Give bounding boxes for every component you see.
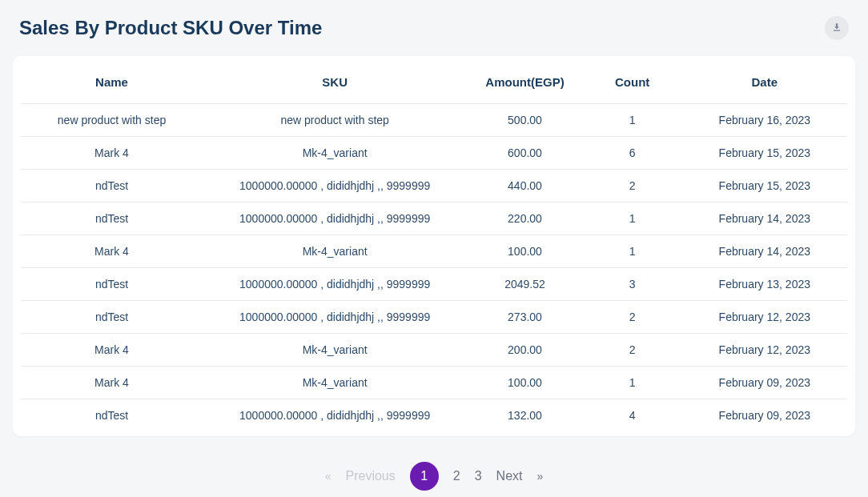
- table-row: Mark 4Mk-4_variant100.001February 14, 20…: [21, 235, 847, 268]
- cell-date: February 14, 2023: [682, 235, 847, 268]
- cell-sku: 1000000.00000 , dididhjdhj ,, 9999999: [203, 170, 467, 202]
- cell-name: ndTest: [21, 202, 203, 235]
- cell-sku: Mk-4_variant: [203, 334, 467, 367]
- table-row: ndTest1000000.00000 , dididhjdhj ,, 9999…: [21, 301, 847, 334]
- cell-amount: 100.00: [467, 367, 582, 399]
- column-header-name: Name: [21, 67, 203, 104]
- cell-amount: 220.00: [467, 202, 582, 235]
- cell-amount: 2049.52: [467, 268, 582, 301]
- cell-count: 1: [583, 235, 682, 268]
- pagination-last[interactable]: »: [536, 470, 543, 483]
- cell-count: 2: [583, 334, 682, 367]
- cell-count: 1: [583, 202, 682, 235]
- cell-amount: 440.00: [467, 170, 582, 202]
- cell-sku: new product with step: [203, 104, 467, 137]
- table-row: ndTest1000000.00000 , dididhjdhj ,, 9999…: [21, 268, 847, 301]
- table-row: new product with stepnew product with st…: [21, 104, 847, 137]
- cell-name: ndTest: [21, 170, 203, 202]
- cell-date: February 09, 2023: [682, 367, 847, 399]
- cell-sku: Mk-4_variant: [203, 367, 467, 399]
- page-title: Sales By Product SKU Over Time: [19, 17, 322, 39]
- pagination-page-3[interactable]: 3: [475, 469, 482, 483]
- cell-name: Mark 4: [21, 367, 203, 399]
- cell-sku: 1000000.00000 , dididhjdhj ,, 9999999: [203, 268, 467, 301]
- cell-sku: 1000000.00000 , dididhjdhj ,, 9999999: [203, 399, 467, 432]
- column-header-count: Count: [583, 67, 682, 104]
- sales-table: Name SKU Amount(EGP) Count Date new prod…: [21, 67, 847, 431]
- cell-sku: 1000000.00000 , dididhjdhj ,, 9999999: [203, 301, 467, 334]
- cell-amount: 100.00: [467, 235, 582, 268]
- cell-count: 6: [583, 137, 682, 170]
- cell-date: February 15, 2023: [682, 170, 847, 202]
- cell-count: 1: [583, 104, 682, 137]
- cell-sku: 1000000.00000 , dididhjdhj ,, 9999999: [203, 202, 467, 235]
- cell-count: 3: [583, 268, 682, 301]
- column-header-amount: Amount(EGP): [467, 67, 582, 104]
- table-row: ndTest1000000.00000 , dididhjdhj ,, 9999…: [21, 170, 847, 202]
- pagination-first[interactable]: «: [325, 470, 332, 483]
- cell-amount: 132.00: [467, 399, 582, 432]
- cell-amount: 273.00: [467, 301, 582, 334]
- sales-table-card: Name SKU Amount(EGP) Count Date new prod…: [13, 56, 855, 436]
- cell-date: February 15, 2023: [682, 137, 847, 170]
- cell-date: February 13, 2023: [682, 268, 847, 301]
- cell-date: February 09, 2023: [682, 399, 847, 432]
- cell-date: February 12, 2023: [682, 334, 847, 367]
- download-icon: [831, 22, 842, 35]
- column-header-date: Date: [682, 67, 847, 104]
- column-header-sku: SKU: [203, 67, 467, 104]
- pagination-page-1[interactable]: 1: [410, 462, 439, 491]
- cell-name: Mark 4: [21, 235, 203, 268]
- cell-count: 2: [583, 170, 682, 202]
- pagination: « Previous 123 Next »: [13, 455, 855, 497]
- cell-date: February 16, 2023: [682, 104, 847, 137]
- cell-amount: 600.00: [467, 137, 582, 170]
- cell-name: new product with step: [21, 104, 203, 137]
- table-row: ndTest1000000.00000 , dididhjdhj ,, 9999…: [21, 202, 847, 235]
- cell-name: Mark 4: [21, 137, 203, 170]
- table-row: Mark 4Mk-4_variant200.002February 12, 20…: [21, 334, 847, 367]
- cell-name: Mark 4: [21, 334, 203, 367]
- pagination-page-2[interactable]: 2: [453, 469, 460, 483]
- cell-count: 4: [583, 399, 682, 432]
- table-row: ndTest1000000.00000 , dididhjdhj ,, 9999…: [21, 399, 847, 432]
- table-row: Mark 4Mk-4_variant600.006February 15, 20…: [21, 137, 847, 170]
- table-row: Mark 4Mk-4_variant100.001February 09, 20…: [21, 367, 847, 399]
- cell-sku: Mk-4_variant: [203, 235, 467, 268]
- cell-sku: Mk-4_variant: [203, 137, 467, 170]
- cell-date: February 14, 2023: [682, 202, 847, 235]
- cell-name: ndTest: [21, 268, 203, 301]
- download-button[interactable]: [825, 16, 849, 40]
- cell-name: ndTest: [21, 399, 203, 432]
- cell-amount: 200.00: [467, 334, 582, 367]
- cell-date: February 12, 2023: [682, 301, 847, 334]
- cell-count: 1: [583, 367, 682, 399]
- cell-name: ndTest: [21, 301, 203, 334]
- pagination-next[interactable]: Next: [496, 469, 523, 483]
- cell-count: 2: [583, 301, 682, 334]
- pagination-previous[interactable]: Previous: [346, 469, 396, 483]
- cell-amount: 500.00: [467, 104, 582, 137]
